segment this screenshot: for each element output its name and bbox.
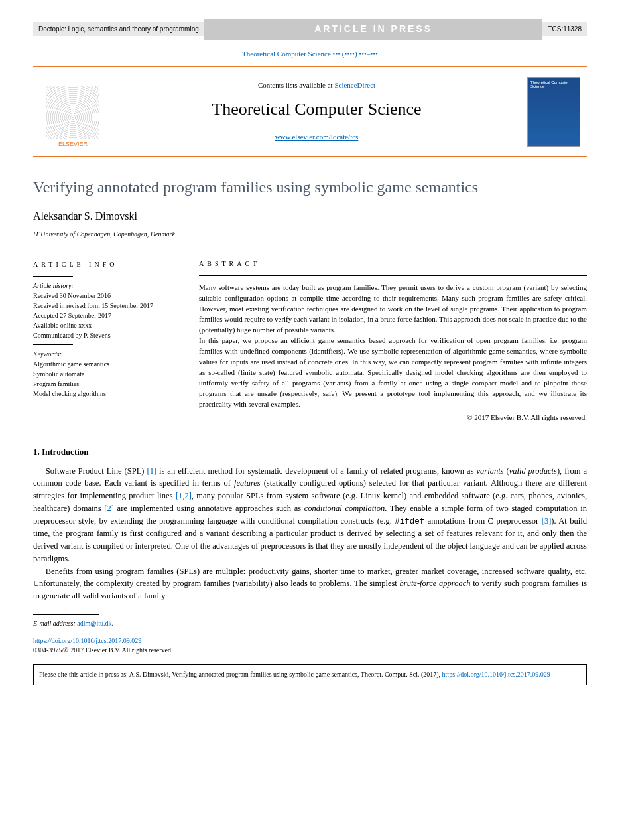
abstract: abstract Many software systems are today… (199, 259, 587, 423)
divider (33, 156, 587, 157)
accepted-date: Accepted 27 September 2017 (33, 312, 111, 319)
keyword: Model checking algorithms (33, 390, 106, 397)
citation-link[interactable]: [2] (104, 504, 114, 513)
publisher-name: ELSEVIER (58, 140, 88, 149)
email-label: E-mail address: (33, 620, 76, 627)
abstract-paragraph: Many software systems are today built as… (199, 283, 587, 336)
citation-text: Please cite this article in press as: A.… (39, 671, 442, 678)
journal-homepage-link[interactable]: www.elsevier.com/locate/tcs (275, 133, 359, 141)
citation-link[interactable]: [1,2] (176, 491, 192, 500)
elsevier-tree-icon (46, 86, 99, 139)
divider (33, 344, 73, 345)
doi-link[interactable]: https://doi.org/10.1016/j.tcs.2017.09.02… (33, 637, 141, 644)
info-abstract-row: article info Article history: Received 3… (33, 251, 587, 431)
author-affiliation: IT University of Copenhagen, Copenhagen,… (33, 230, 587, 239)
body-paragraph: Software Product Line (SPL) [1] is an ef… (33, 465, 587, 565)
top-bar: Doctopic: Logic, semantics and theory of… (33, 20, 587, 38)
header-center: Contents lists available at ScienceDirec… (119, 80, 514, 143)
page: Doctopic: Logic, semantics and theory of… (0, 0, 620, 699)
section-heading: 1. Introduction (33, 446, 587, 458)
article-info-heading: article info (33, 259, 179, 269)
article-info: article info Article history: Received 3… (33, 259, 179, 423)
communicated-by: Communicated by P. Stevens (33, 332, 111, 339)
author-email-link[interactable]: adim@itu.dk (77, 620, 111, 627)
citation-box: Please cite this article in press as: A.… (33, 664, 587, 685)
divider (199, 275, 587, 276)
keyword: Program families (33, 380, 79, 387)
abstract-copyright: © 2017 Elsevier B.V. All rights reserved… (199, 413, 587, 423)
sciencedirect-link[interactable]: ScienceDirect (334, 81, 375, 89)
author-name: Aleksandar S. Dimovski (33, 209, 587, 224)
abstract-heading: abstract (199, 259, 587, 269)
journal-reference: Theoretical Computer Science ••• (••••) … (33, 45, 587, 63)
received-date: Received 30 November 2016 (33, 292, 111, 299)
email-line: E-mail address: adim@itu.dk. (33, 619, 587, 628)
elsevier-logo: ELSEVIER (40, 75, 106, 148)
revised-date: Received in revised form 15 September 20… (33, 302, 153, 309)
doctopic-label: Doctopic: Logic, semantics and theory of… (33, 22, 204, 36)
journal-cover-thumbnail: Theoretical Computer Science (527, 77, 580, 147)
journal-header: ELSEVIER Contents lists available at Sci… (33, 70, 587, 153)
journal-title: Theoretical Computer Science (119, 98, 514, 121)
body-paragraph: Benefits from using program families (SP… (33, 565, 587, 602)
citation-doi-link[interactable]: https://doi.org/10.1016/j.tcs.2017.09.02… (442, 671, 550, 678)
doi-block: https://doi.org/10.1016/j.tcs.2017.09.02… (33, 636, 587, 655)
citation-link[interactable]: [3] (542, 516, 552, 525)
tcs-id: TCS:11328 (542, 22, 587, 36)
divider (33, 276, 73, 277)
article-in-press-banner: ARTICLE IN PRESS (204, 19, 543, 40)
divider (33, 431, 587, 431)
footnote-separator (33, 614, 99, 615)
copyright-line: 0304-3975/© 2017 Elsevier B.V. All right… (33, 646, 172, 654)
contents-line: Contents lists available at ScienceDirec… (119, 80, 514, 90)
citation-link[interactable]: [1] (147, 466, 156, 476)
divider (33, 66, 587, 67)
article-body: 1. Introduction Software Product Line (S… (33, 446, 587, 602)
article-title: Verifying annotated program families usi… (33, 177, 587, 197)
cover-title: Theoretical Computer Science (530, 80, 577, 88)
abstract-paragraph: In this paper, we propose an efficient g… (199, 336, 587, 410)
keyword: Algorithmic game semantics (33, 360, 109, 368)
history-label: Article history: (33, 282, 74, 289)
online-date: Available online xxxx (33, 322, 92, 329)
keyword: Symbolic automata (33, 370, 85, 378)
keywords-label: Keywords: (33, 350, 62, 358)
